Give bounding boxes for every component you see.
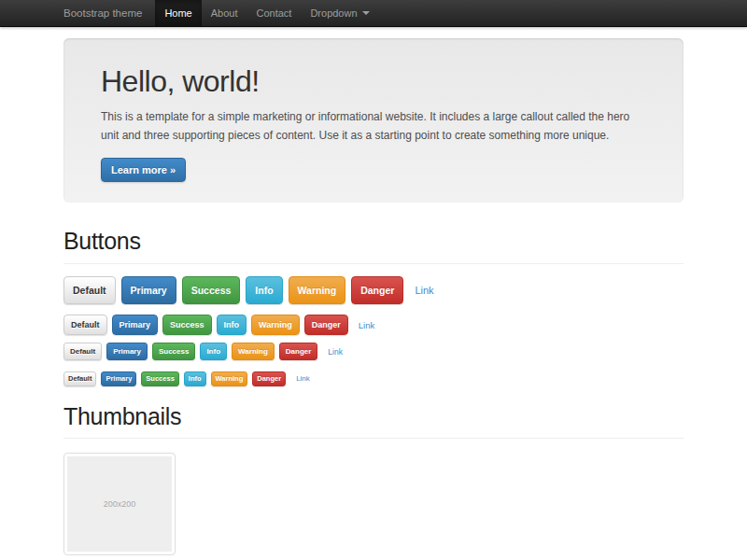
thumbnail[interactable]: 200x200 xyxy=(63,453,176,555)
info-button-xs[interactable]: Info xyxy=(184,371,206,386)
warning-button-lg[interactable]: Warning xyxy=(289,276,346,305)
danger-button-md[interactable]: Danger xyxy=(304,315,348,335)
nav-item-about[interactable]: About xyxy=(202,0,247,26)
placeholder-image: 200x200 xyxy=(67,456,172,552)
primary-button-lg[interactable]: Primary xyxy=(121,276,176,305)
nav-item-home[interactable]: Home xyxy=(155,0,201,26)
success-button-sm[interactable]: Success xyxy=(152,343,195,360)
default-button-md[interactable]: Default xyxy=(63,315,107,335)
info-button-md[interactable]: Info xyxy=(217,315,247,335)
danger-button-xs[interactable]: Danger xyxy=(252,371,286,386)
placeholder-label: 200x200 xyxy=(104,499,136,509)
navbar-menu: Home About Contact Dropdown xyxy=(155,0,378,26)
nav-item-dropdown-label: Dropdown xyxy=(310,0,357,26)
buttons-section-header: Buttons xyxy=(63,229,684,264)
button-row-default: Default Primary Success Info Warning Dan… xyxy=(63,315,684,335)
primary-button-sm[interactable]: Primary xyxy=(106,343,148,360)
warning-button-md[interactable]: Warning xyxy=(251,315,300,335)
hero-text: This is a template for a simple marketin… xyxy=(101,107,646,146)
main-container: Hello, world! This is a template for a s… xyxy=(63,38,684,555)
button-row-large: Default Primary Success Info Warning Dan… xyxy=(63,276,684,305)
button-row-extra-small: Default Primary Success Info Warning Dan… xyxy=(63,371,684,386)
default-button-xs[interactable]: Default xyxy=(63,371,96,386)
primary-button-md[interactable]: Primary xyxy=(112,315,159,335)
nav-item-home-label: Home xyxy=(164,0,191,26)
link-button-xs[interactable]: Link xyxy=(296,374,310,383)
hero-title: Hello, world! xyxy=(101,64,646,99)
button-row-small: Default Primary Success Info Warning Dan… xyxy=(63,343,684,360)
danger-button-lg[interactable]: Danger xyxy=(351,276,403,305)
navbar: Bootstrap theme Home About Contact Dropd… xyxy=(0,0,747,27)
link-button-lg[interactable]: Link xyxy=(415,285,433,296)
default-button-lg[interactable]: Default xyxy=(63,276,116,305)
nav-item-contact[interactable]: Contact xyxy=(247,0,301,26)
info-button-lg[interactable]: Info xyxy=(246,276,282,305)
warning-button-xs[interactable]: Warning xyxy=(211,371,248,386)
thumbnails-section-header: Thumbnails xyxy=(63,404,684,440)
default-button-sm[interactable]: Default xyxy=(63,343,102,360)
buttons-heading: Buttons xyxy=(63,229,684,255)
success-button-md[interactable]: Success xyxy=(162,315,212,335)
learn-more-button[interactable]: Learn more » xyxy=(101,158,186,182)
success-button-lg[interactable]: Success xyxy=(182,276,241,305)
thumbnails-heading: Thumbnails xyxy=(63,404,684,430)
nav-item-about-label: About xyxy=(211,0,238,26)
nav-item-dropdown[interactable]: Dropdown xyxy=(301,0,378,26)
hero-unit: Hello, world! This is a template for a s… xyxy=(63,38,684,203)
navbar-inner: Bootstrap theme Home About Contact Dropd… xyxy=(63,0,684,26)
link-button-md[interactable]: Link xyxy=(359,320,374,330)
nav-item-contact-label: Contact xyxy=(256,0,291,26)
warning-button-sm[interactable]: Warning xyxy=(232,343,275,360)
success-button-xs[interactable]: Success xyxy=(141,371,178,386)
info-button-sm[interactable]: Info xyxy=(200,343,227,360)
danger-button-sm[interactable]: Danger xyxy=(279,343,318,360)
caret-down-icon xyxy=(362,11,370,15)
link-button-sm[interactable]: Link xyxy=(328,347,343,357)
primary-button-xs[interactable]: Primary xyxy=(101,371,136,386)
navbar-brand[interactable]: Bootstrap theme xyxy=(63,0,142,26)
